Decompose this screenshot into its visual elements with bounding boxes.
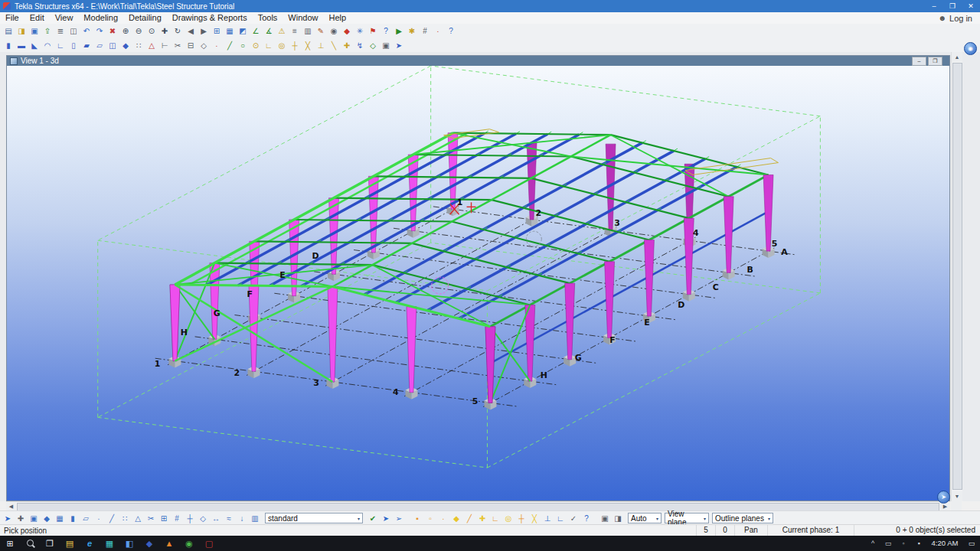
redo-icon[interactable]: ↷ [93,25,106,37]
vertical-scroll-thumb[interactable] [952,63,962,490]
select-points-icon[interactable]: ∙ [93,513,105,524]
menu-item-edit[interactable]: Edit [24,12,50,24]
outline-planes-combo[interactable]: Outline planes ▾ [712,513,773,523]
snap-any-position-icon[interactable]: ✚ [476,513,488,524]
view-restore-button[interactable]: ❐ [928,57,942,66]
tray-chevron-icon[interactable]: ^ [865,536,880,551]
vertical-scrollbar[interactable]: ▲ ▼ [951,52,962,501]
screenshot-icon[interactable]: ◉ [328,25,340,37]
select-components-icon[interactable]: ◆ [41,513,53,524]
snap-to-centers-icon[interactable]: ◎ [502,513,514,524]
view-title-bar[interactable]: View 1 - 3d – ❐ [7,56,949,66]
snap-to-midpoints-icon[interactable]: ┼ [515,513,528,524]
select-cuts-icon[interactable]: ✂ [145,513,157,524]
previous-view-icon[interactable]: ◀ [185,25,197,37]
login-button[interactable]: ☻ Log in [938,14,980,23]
menu-item-file[interactable]: File [0,12,24,24]
create-report-icon[interactable]: ≡ [289,25,301,37]
menu-item-view[interactable]: View [50,12,79,24]
select-drawings-icon[interactable]: ▥ [249,513,261,524]
select-all-icon[interactable]: ▣ [28,513,40,524]
measure-distance-icon[interactable]: ∠ [250,25,262,37]
depth-combo[interactable]: Auto ▾ [628,513,662,523]
create-view-icon[interactable]: ⊞ [211,25,223,37]
select-grid-lines-icon[interactable]: ┼ [184,513,196,524]
snap-override-icon[interactable]: ✓ [567,513,580,524]
notification-center-icon[interactable]: ▭ [963,536,980,551]
app-tekla-structures-icon[interactable]: ◆ [139,536,159,551]
pan-icon[interactable]: ✚ [158,25,171,37]
scroll-up-icon[interactable]: ▲ [952,52,962,62]
select-planes-icon[interactable]: ◇ [197,513,209,524]
visible-object-settings-icon[interactable]: ▣ [599,513,611,524]
polygon-cut-icon[interactable]: ◇ [198,40,210,51]
next-view-icon[interactable]: ▶ [198,25,210,37]
create-item-icon[interactable]: ◆ [119,40,132,51]
measure-angle-icon[interactable]: ∡ [263,25,275,37]
pan-tool-icon[interactable]: ➤ [937,491,950,504]
scroll-down-icon[interactable]: ▼ [952,491,962,501]
app-acrobat-icon[interactable]: ▢ [199,536,219,551]
select-views-icon[interactable]: ⊞ [158,513,170,524]
app-edge-icon[interactable]: e [80,536,100,551]
drag-and-drop-icon[interactable]: ✚ [15,513,27,524]
create-slab-icon[interactable]: ▱ [93,40,106,51]
app-file-explorer-icon[interactable]: ▤ [60,536,80,551]
menu-item-tools[interactable]: Tools [253,12,283,24]
create-contour-plate-icon[interactable]: ▰ [80,40,93,51]
part-cut-icon[interactable]: ⊟ [185,40,197,51]
snap-to-lines-icon[interactable]: ▫ [424,513,436,524]
menu-item-drawings-reports[interactable]: Drawings & Reports [167,12,253,24]
select-lines-icon[interactable]: ╱ [106,513,118,524]
view-plane-combo[interactable]: View plane ▾ [665,513,709,523]
view-canvas[interactable]: 1122334455HGFEDABCDEFGH [7,66,949,500]
open-model-icon[interactable]: ◨ [15,25,28,37]
snap-to-points-icon[interactable]: ▪ [411,513,423,524]
construction-line-icon[interactable]: ╱ [224,40,236,51]
create-column-icon[interactable]: ▮ [2,40,15,51]
select-welds-icon[interactable]: △ [132,513,144,524]
app-store-icon[interactable]: ▦ [100,536,119,551]
select-grids-icon[interactable]: # [171,513,183,524]
drawing-list-icon[interactable]: ▥ [302,25,314,37]
menu-item-window[interactable]: Window [283,12,323,24]
snap-to-endpoints-icon[interactable]: ∟ [489,513,501,524]
snap-depth-icon[interactable]: ? [580,513,593,524]
view-list-icon[interactable]: ▦ [224,25,236,37]
pick-pointer-icon[interactable]: ➤ [380,513,392,524]
snap-midpoint-icon[interactable]: ┼ [289,40,301,51]
create-polybeam-icon[interactable]: ◣ [28,40,41,51]
auto-connection-icon[interactable]: ↯ [354,40,366,51]
maximize-button[interactable]: ❐ [943,0,962,12]
snap-geometry-points-icon[interactable]: ◆ [450,513,462,524]
select-bolts-icon[interactable]: ∷ [119,513,131,524]
snap-to-intersections-icon[interactable]: ╳ [528,513,541,524]
component-catalog-icon[interactable]: ◆ [341,25,353,37]
start-button[interactable]: ⊞ [0,536,20,551]
taskbar-clock[interactable]: 4:20 AM [926,536,963,551]
task-view-icon[interactable]: ❐ [40,536,60,551]
create-twin-profile-icon[interactable]: ▯ [67,40,80,51]
snap-nearest-point-icon[interactable]: ╱ [463,513,475,524]
tray-status-3-icon[interactable]: ▪ [911,536,926,551]
ortho-toggle-icon[interactable]: ∟ [554,513,567,524]
construction-circle-icon[interactable]: ○ [237,40,249,51]
applications-icon[interactable]: ✳ [354,25,366,37]
minimize-button[interactable]: – [925,0,943,12]
create-curved-beam-icon[interactable]: ◠ [41,40,54,51]
new-model-icon[interactable]: ▤ [2,25,15,37]
search-icon[interactable] [20,536,40,551]
select-parts-icon[interactable]: ▮ [67,513,79,524]
profile-combo[interactable]: standard ▾ [265,513,363,523]
clash-check-icon[interactable]: ⚠ [276,25,288,37]
inquire-object-icon[interactable]: ? [380,25,392,37]
print-icon[interactable]: ≣ [54,25,67,37]
model-scene[interactable]: 1122334455HGFEDABCDEFGH [7,66,949,500]
create-orthogonal-beam-icon[interactable]: ∟ [54,40,67,51]
menu-item-detailing[interactable]: Detailing [123,12,167,24]
app-vlc-icon[interactable]: ▲ [159,536,179,551]
select-distances-icon[interactable]: ↔ [210,513,222,524]
help-icon[interactable]: ? [445,25,457,37]
run-macro-icon[interactable]: ▶ [393,25,405,37]
snap-perpendicular-icon[interactable]: ⊥ [315,40,327,51]
